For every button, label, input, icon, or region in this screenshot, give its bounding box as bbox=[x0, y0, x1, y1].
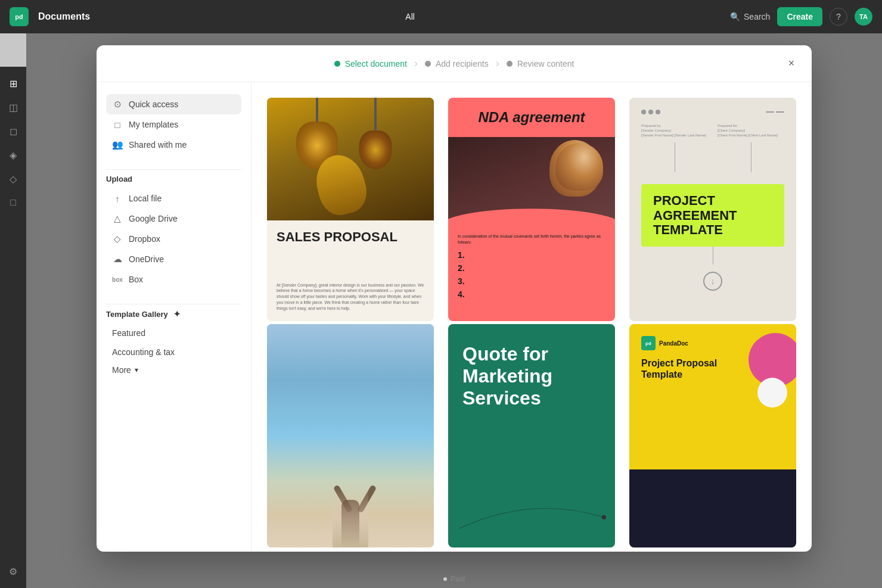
sidebar-item-shared[interactable]: 👥 Shared with me bbox=[106, 135, 241, 155]
step-review: Review content bbox=[507, 59, 574, 69]
app-logo: pd bbox=[10, 7, 29, 26]
step-select: Select document bbox=[334, 59, 407, 69]
step-arrow-2: › bbox=[496, 57, 499, 70]
col-right: Prepared for[Client Company][Client Firs… bbox=[718, 124, 784, 177]
col-left: Prepared by[Sender Company][Sender First… bbox=[641, 124, 708, 177]
select-document-modal: Select document › Add recipients › Revie… bbox=[97, 45, 812, 552]
dot-2 bbox=[648, 110, 653, 114]
line-2 bbox=[776, 111, 784, 113]
nda-title: NDA agreement bbox=[460, 110, 603, 125]
app-shell: pd Documents All 🔍 Search Create ? TA ⊞ … bbox=[0, 0, 882, 588]
template-card-lifestyle[interactable] bbox=[266, 323, 435, 549]
sidebar-item-box[interactable]: box Box bbox=[106, 269, 241, 290]
divider-1 bbox=[106, 169, 241, 170]
quote-marketing-title: Quote for Marketing Services bbox=[462, 343, 601, 409]
nda-items: 1. 2. bbox=[458, 250, 605, 299]
chevron-down-icon: ▾ bbox=[135, 366, 138, 374]
quick-access-label: Quick access bbox=[129, 99, 178, 109]
project-agreement-footer: ↓ bbox=[641, 272, 784, 291]
sidebar-item-local-file[interactable]: ↑ Local file bbox=[106, 188, 241, 209]
proposal-dark-footer bbox=[629, 469, 796, 547]
download-icon: ↓ bbox=[703, 272, 722, 291]
modal-body: ⊙ Quick access □ My templates 👥 Shared w… bbox=[97, 82, 812, 552]
template-card-project-proposal[interactable]: pd PandaDoc Project Proposal Template bbox=[628, 323, 797, 549]
help-button[interactable]: ? bbox=[830, 8, 847, 26]
nda-intro: In consideration of the mutual covenants… bbox=[458, 234, 605, 245]
more-button[interactable]: More ▾ bbox=[106, 362, 241, 378]
box-icon: box bbox=[112, 274, 123, 285]
project-agreement-neon-box: PROJECT AGREEMENT TEMPLATE bbox=[641, 184, 784, 247]
sidebar-item-accounting[interactable]: Accounting & tax bbox=[106, 343, 241, 362]
nda-header: NDA agreement bbox=[448, 98, 615, 137]
shared-icon: 👥 bbox=[112, 139, 123, 150]
clock-icon: ⊙ bbox=[112, 99, 123, 110]
onedrive-icon: ☁ bbox=[112, 254, 123, 265]
create-button[interactable]: Create bbox=[777, 7, 822, 26]
project-agreement-card-inner: Prepared by[Sender Company][Sender First… bbox=[629, 98, 796, 321]
step-dot-recipients bbox=[425, 61, 431, 67]
sidebar-item-onedrive[interactable]: ☁ OneDrive bbox=[106, 249, 241, 269]
main-area: ⊞ ◫ ◻ ◈ ◇ □ ⚙ Select document › bbox=[0, 33, 882, 588]
step-label-recipients: Add recipients bbox=[436, 59, 489, 69]
template-card-nda[interactable]: NDA agreement In consideration of bbox=[447, 97, 616, 322]
gallery-section: Template Gallery ✦ Featured Accounting &… bbox=[106, 309, 241, 378]
step-dot-review bbox=[507, 61, 513, 67]
project-cols: Prepared by[Sender Company][Sender First… bbox=[641, 124, 784, 177]
sidebar-icon-settings[interactable]: ⚙ bbox=[4, 562, 23, 581]
window-lines bbox=[766, 110, 784, 114]
search-button[interactable]: 🔍 Search bbox=[730, 12, 770, 21]
step-arrow-1: › bbox=[414, 57, 418, 70]
project-proposal-title: Project Proposal Template bbox=[641, 357, 720, 380]
line-1 bbox=[766, 111, 774, 113]
template-card-quote-marketing[interactable]: Quote for Marketing Services bbox=[447, 323, 616, 549]
gallery-section-title: Template Gallery ✦ bbox=[106, 309, 241, 319]
local-file-label: Local file bbox=[129, 194, 162, 203]
lifestyle-image bbox=[267, 324, 434, 547]
lifestyle-card-inner bbox=[267, 324, 434, 547]
svg-point-0 bbox=[602, 515, 606, 519]
nda-image-bg bbox=[448, 137, 615, 226]
nav-tab-all[interactable]: All bbox=[400, 10, 420, 24]
user-avatar[interactable]: TA bbox=[855, 8, 872, 26]
sidebar-item-google-drive[interactable]: △ Google Drive bbox=[106, 209, 241, 229]
quote-marketing-card-inner: Quote for Marketing Services bbox=[448, 324, 615, 547]
sidebar-icon-forms[interactable]: ◇ bbox=[4, 169, 23, 188]
sales-proposal-content: SALES PROPOSAL At [Sender Company], grea… bbox=[267, 220, 434, 321]
sidebar-icon-reports[interactable]: □ bbox=[4, 193, 23, 212]
sidebar-icon-grid[interactable]: ⊞ bbox=[4, 74, 23, 93]
sidebar-icon-contacts[interactable]: ◻ bbox=[4, 122, 23, 141]
my-templates-label: My templates bbox=[129, 120, 178, 129]
onedrive-label: OneDrive bbox=[129, 254, 164, 264]
project-proposal-card-inner: pd PandaDoc Project Proposal Template bbox=[629, 324, 796, 547]
step-dot-select bbox=[334, 61, 340, 67]
dropbox-label: Dropbox bbox=[129, 234, 160, 244]
box-label: Box bbox=[129, 275, 143, 284]
nda-content: In consideration of the mutual covenants… bbox=[448, 226, 615, 321]
sidebar-item-quick-access[interactable]: ⊙ Quick access bbox=[106, 94, 241, 114]
nda-item-2: 2. bbox=[458, 263, 605, 273]
template-card-sales-proposal[interactable]: SALES PROPOSAL At [Sender Company], grea… bbox=[266, 97, 435, 322]
google-drive-icon: △ bbox=[112, 213, 123, 224]
proposal-logo-text: PandaDoc bbox=[659, 340, 688, 347]
modal-close-button[interactable]: × bbox=[783, 55, 800, 72]
upload-icon: ↑ bbox=[112, 193, 123, 204]
sidebar-icon-templates[interactable]: ◈ bbox=[4, 145, 23, 164]
template-card-project-agreement[interactable]: Prepared by[Sender Company][Sender First… bbox=[628, 97, 797, 322]
nda-item-3: 3. bbox=[458, 276, 605, 286]
sidebar-item-featured[interactable]: Featured bbox=[106, 323, 241, 343]
divider-2 bbox=[106, 304, 241, 304]
accounting-label: Accounting & tax bbox=[112, 347, 175, 357]
connector-line bbox=[713, 247, 713, 265]
sales-proposal-title: SALES PROPOSAL bbox=[277, 230, 424, 244]
modal-header: Select document › Add recipients › Revie… bbox=[97, 45, 812, 82]
proposal-white-circle bbox=[757, 378, 787, 407]
upload-section-title: Upload bbox=[106, 175, 241, 183]
sidebar-item-dropbox[interactable]: ◇ Dropbox bbox=[106, 229, 241, 249]
template-icon: □ bbox=[112, 119, 123, 130]
sales-proposal-image bbox=[267, 98, 434, 220]
sidebar-item-my-templates[interactable]: □ My templates bbox=[106, 114, 241, 135]
search-icon: 🔍 bbox=[730, 12, 740, 21]
proposal-logo-badge: pd bbox=[641, 336, 656, 350]
sidebar-icon-docs[interactable]: ◫ bbox=[4, 98, 23, 117]
dropbox-icon: ◇ bbox=[112, 234, 123, 244]
